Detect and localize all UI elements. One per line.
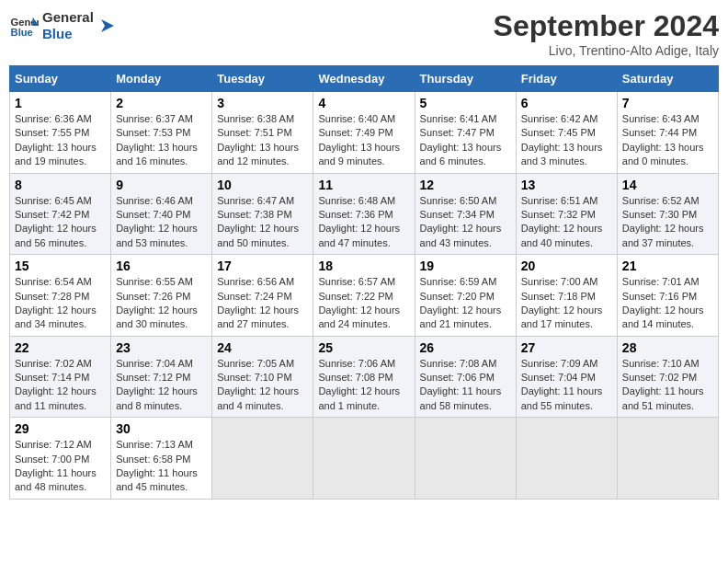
table-row: 30Sunrise: 7:13 AMSunset: 6:58 PMDayligh… [111,418,212,500]
table-row: 27Sunrise: 7:09 AMSunset: 7:04 PMDayligh… [516,336,617,418]
calendar-table: Sunday Monday Tuesday Wednesday Thursday… [9,65,719,500]
table-row: 20Sunrise: 7:00 AMSunset: 7:18 PMDayligh… [516,255,617,337]
day-number: 15 [15,259,106,273]
day-info: Sunrise: 7:01 AMSunset: 7:16 PMDaylight:… [622,275,713,332]
header-monday: Monday [111,66,212,92]
month-title: September 2024 [494,9,719,43]
day-number: 25 [318,340,409,355]
day-number: 23 [116,340,207,355]
table-row: 16Sunrise: 6:55 AMSunset: 7:26 PMDayligh… [111,255,212,337]
day-number: 7 [622,96,713,110]
day-info: Sunrise: 6:54 AMSunset: 7:28 PMDaylight:… [15,275,106,332]
table-row: 21Sunrise: 7:01 AMSunset: 7:16 PMDayligh… [617,255,718,337]
day-number: 5 [420,96,511,110]
table-row: 4Sunrise: 6:40 AMSunset: 7:49 PMDaylight… [313,92,415,174]
day-info: Sunrise: 7:02 AMSunset: 7:14 PMDaylight:… [15,357,106,414]
day-info: Sunrise: 7:05 AMSunset: 7:10 PMDaylight:… [217,357,308,414]
logo-blue: Blue [42,26,94,42]
table-row: 14Sunrise: 6:52 AMSunset: 7:30 PMDayligh… [617,173,718,255]
day-number: 20 [521,259,612,273]
day-number: 11 [318,178,409,192]
calendar-body: 1Sunrise: 6:36 AMSunset: 7:55 PMDaylight… [10,92,719,500]
table-row: 25Sunrise: 7:06 AMSunset: 7:08 PMDayligh… [313,336,415,418]
table-row: 11Sunrise: 6:48 AMSunset: 7:36 PMDayligh… [313,173,415,255]
header-sunday: Sunday [10,66,111,92]
day-number: 18 [318,259,409,273]
day-number: 27 [521,340,612,355]
day-number: 22 [15,340,106,355]
table-row [516,418,617,500]
table-row: 17Sunrise: 6:56 AMSunset: 7:24 PMDayligh… [212,255,313,337]
table-row: 10Sunrise: 6:47 AMSunset: 7:38 PMDayligh… [212,173,313,255]
table-row: 24Sunrise: 7:05 AMSunset: 7:10 PMDayligh… [212,336,313,418]
svg-text:Blue: Blue [11,27,33,38]
day-info: Sunrise: 6:38 AMSunset: 7:51 PMDaylight:… [217,112,308,169]
day-number: 16 [116,259,207,273]
day-info: Sunrise: 6:51 AMSunset: 7:32 PMDaylight:… [521,194,612,251]
calendar-week-row: 8Sunrise: 6:45 AMSunset: 7:42 PMDaylight… [10,173,719,255]
table-row: 18Sunrise: 6:57 AMSunset: 7:22 PMDayligh… [313,255,415,337]
day-info: Sunrise: 6:55 AMSunset: 7:26 PMDaylight:… [116,275,207,332]
table-row: 12Sunrise: 6:50 AMSunset: 7:34 PMDayligh… [415,173,516,255]
header-wednesday: Wednesday [313,66,415,92]
table-row: 19Sunrise: 6:59 AMSunset: 7:20 PMDayligh… [415,255,516,337]
calendar-week-row: 22Sunrise: 7:02 AMSunset: 7:14 PMDayligh… [10,336,719,418]
day-info: Sunrise: 7:06 AMSunset: 7:08 PMDaylight:… [318,357,409,414]
calendar-week-row: 29Sunrise: 7:12 AMSunset: 7:00 PMDayligh… [10,418,719,500]
table-row [617,418,718,500]
location-subtitle: Livo, Trentino-Alto Adige, Italy [494,43,719,58]
day-info: Sunrise: 6:40 AMSunset: 7:49 PMDaylight:… [318,112,409,169]
table-row: 13Sunrise: 6:51 AMSunset: 7:32 PMDayligh… [516,173,617,255]
day-info: Sunrise: 6:41 AMSunset: 7:47 PMDaylight:… [420,112,511,169]
day-number: 4 [318,96,409,110]
logo-arrow-icon [97,16,118,36]
day-number: 21 [622,259,713,273]
table-row: 7Sunrise: 6:43 AMSunset: 7:44 PMDaylight… [617,92,718,174]
day-number: 29 [15,421,106,436]
day-number: 8 [15,178,106,192]
day-info: Sunrise: 7:12 AMSunset: 7:00 PMDaylight:… [15,438,106,495]
header-saturday: Saturday [617,66,718,92]
day-number: 10 [217,178,308,192]
table-row [212,418,313,500]
day-info: Sunrise: 6:37 AMSunset: 7:53 PMDaylight:… [116,112,207,169]
day-number: 26 [420,340,511,355]
table-row [415,418,516,500]
day-number: 12 [420,178,511,192]
day-info: Sunrise: 7:00 AMSunset: 7:18 PMDaylight:… [521,275,612,332]
calendar-week-row: 15Sunrise: 6:54 AMSunset: 7:28 PMDayligh… [10,255,719,337]
table-row: 22Sunrise: 7:02 AMSunset: 7:14 PMDayligh… [10,336,111,418]
logo-icon: General Blue [9,11,39,40]
day-info: Sunrise: 7:09 AMSunset: 7:04 PMDaylight:… [521,357,612,414]
table-row: 9Sunrise: 6:46 AMSunset: 7:40 PMDaylight… [111,173,212,255]
logo: General Blue General Blue [9,9,118,42]
table-row: 29Sunrise: 7:12 AMSunset: 7:00 PMDayligh… [10,418,111,500]
day-number: 30 [116,421,207,436]
table-row: 6Sunrise: 6:42 AMSunset: 7:45 PMDaylight… [516,92,617,174]
header: General Blue General Blue September 2024… [9,9,719,58]
day-info: Sunrise: 6:48 AMSunset: 7:36 PMDaylight:… [318,194,409,251]
day-info: Sunrise: 6:52 AMSunset: 7:30 PMDaylight:… [622,194,713,251]
table-row: 1Sunrise: 6:36 AMSunset: 7:55 PMDaylight… [10,92,111,174]
day-number: 17 [217,259,308,273]
day-info: Sunrise: 6:50 AMSunset: 7:34 PMDaylight:… [420,194,511,251]
day-info: Sunrise: 6:36 AMSunset: 7:55 PMDaylight:… [15,112,106,169]
table-row: 3Sunrise: 6:38 AMSunset: 7:51 PMDaylight… [212,92,313,174]
day-info: Sunrise: 6:56 AMSunset: 7:24 PMDaylight:… [217,275,308,332]
header-friday: Friday [516,66,617,92]
table-row: 8Sunrise: 6:45 AMSunset: 7:42 PMDaylight… [10,173,111,255]
table-row: 5Sunrise: 6:41 AMSunset: 7:47 PMDaylight… [415,92,516,174]
day-number: 14 [622,178,713,192]
day-info: Sunrise: 7:08 AMSunset: 7:06 PMDaylight:… [420,357,511,414]
day-number: 2 [116,96,207,110]
table-row: 2Sunrise: 6:37 AMSunset: 7:53 PMDaylight… [111,92,212,174]
header-tuesday: Tuesday [212,66,313,92]
day-number: 28 [622,340,713,355]
logo-general: General [42,9,94,26]
weekday-header-row: Sunday Monday Tuesday Wednesday Thursday… [10,66,719,92]
table-row [313,418,415,500]
calendar-week-row: 1Sunrise: 6:36 AMSunset: 7:55 PMDaylight… [10,92,719,174]
svg-marker-3 [101,19,114,32]
day-info: Sunrise: 6:59 AMSunset: 7:20 PMDaylight:… [420,275,511,332]
day-number: 19 [420,259,511,273]
